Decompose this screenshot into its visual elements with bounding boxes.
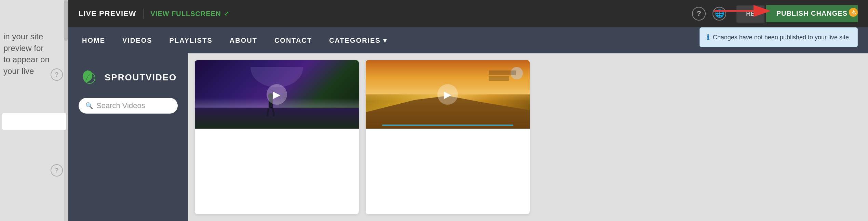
help-icon-button[interactable]: ?	[692, 7, 706, 21]
nav-item-about[interactable]: ABOUT	[230, 37, 257, 44]
scroll-thumb[interactable]	[64, 0, 68, 41]
action-buttons-container: RE PUBLISH CHANGES ⚠	[736, 5, 858, 23]
video-thumbnail-2: ▶	[366, 60, 530, 129]
play-button-2[interactable]: ▶	[437, 84, 458, 105]
warning-icon: ⚠	[851, 9, 856, 15]
revert-button[interactable]: RE	[736, 5, 764, 23]
video-card-1: ▶	[195, 60, 359, 214]
left-sidebar-panel: in your site preview for to appear on yo…	[0, 0, 68, 221]
content-sidebar: SPROUTVIDEO 🔍 Search Videos	[68, 53, 188, 221]
info-icon: ℹ	[707, 33, 709, 41]
play-button-1[interactable]: ▶	[267, 84, 287, 105]
video-bottom-line	[382, 125, 513, 126]
svg-rect-6	[489, 70, 516, 75]
video-card-2: ▶	[366, 60, 530, 214]
sidebar-help-icon-2[interactable]: ?	[51, 164, 63, 177]
notification-tooltip: ℹ Changes have not been published to you…	[700, 27, 858, 47]
live-preview-label: LIVE PREVIEW	[79, 9, 136, 18]
nav-item-playlists[interactable]: PLAYLISTS	[169, 37, 213, 44]
video-grid: ▶ ▶	[188, 53, 868, 221]
scroll-handle[interactable]	[64, 0, 68, 221]
toolbar-divider	[143, 9, 144, 19]
notification-message: Changes have not been published to your …	[713, 34, 851, 41]
logo-area: SPROUTVIDEO	[79, 67, 177, 88]
sidebar-help-icon[interactable]: ?	[51, 68, 63, 81]
logo-text: SPROUTVIDEO	[105, 72, 177, 83]
drone-specs-overlay	[489, 70, 516, 81]
search-icon: 🔍	[85, 102, 93, 109]
svg-rect-7	[489, 76, 509, 81]
toolbar: LIVE PREVIEW VIEW FULLSCREEN ⤢ ? 🌐 RE PU…	[68, 0, 868, 27]
globe-icon: 🌐	[715, 9, 724, 18]
video-thumbnail-1: ▶	[195, 60, 359, 129]
nav-item-videos[interactable]: VIDEOS	[122, 37, 152, 44]
sidebar-input	[2, 113, 66, 130]
globe-icon-button[interactable]: 🌐	[713, 7, 726, 21]
logo-icon	[79, 67, 99, 88]
nav-item-home[interactable]: HOME	[82, 37, 105, 44]
nav-item-categories[interactable]: CATEGORIES ▾	[329, 36, 387, 44]
publish-button[interactable]: PUBLISH CHANGES	[766, 5, 858, 22]
search-box[interactable]: 🔍 Search Videos	[79, 98, 178, 114]
view-fullscreen-button[interactable]: VIEW FULLSCREEN ⤢	[150, 10, 229, 18]
notification-badge: ⚠	[849, 8, 858, 17]
search-input[interactable]: Search Videos	[96, 101, 145, 110]
main-content: SPROUTVIDEO 🔍 Search Videos	[68, 53, 868, 221]
fullscreen-icon: ⤢	[224, 10, 229, 17]
nav-item-contact[interactable]: CONTACT	[274, 37, 312, 44]
